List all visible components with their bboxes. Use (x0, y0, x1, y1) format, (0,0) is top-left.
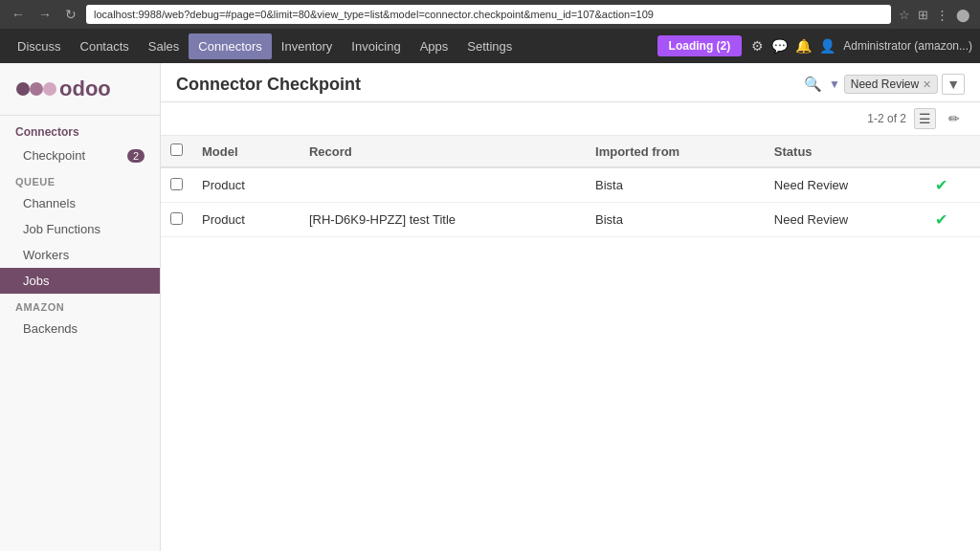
sidebar-item-backends[interactable]: Backends (0, 316, 160, 342)
col-model: Model (192, 136, 300, 167)
row-select-checkbox-1[interactable] (170, 178, 183, 190)
filter-tag[interactable]: Need Review ✕ (844, 75, 938, 94)
col-status: Status (765, 136, 925, 167)
sidebar-item-job-functions[interactable]: Job Functions (0, 216, 160, 242)
sidebar-item-workers[interactable]: Workers (0, 242, 160, 268)
nav-apps[interactable]: Apps (411, 33, 458, 59)
content-area: Connector Checkpoint 🔍 ▼ Need Review ✕ ▼… (161, 63, 980, 551)
nav-discuss[interactable]: Discuss (8, 33, 71, 59)
row-status-1: Need Review (765, 167, 925, 203)
svg-point-2 (43, 82, 56, 96)
select-all-checkbox[interactable] (170, 143, 183, 156)
browser-icons: ☆ ⊞ ⋮ ⬤ (897, 6, 972, 24)
edit-view-button[interactable]: ✏ (944, 108, 965, 129)
search-dropdown-button[interactable]: ▼ (942, 74, 965, 95)
user-label[interactable]: Administrator (amazon...) (843, 39, 972, 53)
url-bar[interactable]: localhost:9988/web?debug=#page=0&limit=8… (86, 5, 891, 24)
sidebar-item-checkpoint[interactable]: Checkpoint 2 (0, 143, 160, 168)
sidebar-item-channels-label: Channels (23, 196, 76, 210)
select-all-header[interactable] (161, 136, 192, 167)
odoo-logo-icon (15, 75, 57, 103)
sidebar-item-jobs-label: Jobs (23, 274, 49, 288)
more-icon[interactable]: ⋮ (934, 6, 950, 24)
star-icon[interactable]: ☆ (897, 6, 912, 24)
list-view-button[interactable]: ☰ (914, 108, 936, 129)
back-button[interactable]: ← (8, 5, 29, 24)
col-record: Record (300, 136, 586, 167)
row-model-1: Product (192, 167, 300, 203)
filter-funnel-icon: ▼ (829, 77, 840, 91)
top-navigation: Discuss Contacts Sales Connectors Invent… (0, 29, 980, 63)
menu-icon[interactable]: ⊞ (916, 6, 930, 24)
nav-connectors[interactable]: Connectors (189, 33, 271, 59)
nav-settings[interactable]: Settings (457, 33, 522, 59)
sidebar-item-channels[interactable]: Channels (0, 190, 160, 216)
sidebar-item-job-functions-label: Job Functions (23, 222, 100, 236)
row-select-checkbox-2[interactable] (170, 212, 183, 225)
top-nav-right: ⚙ 💬 🔔 👤 Administrator (amazon...) (751, 38, 972, 54)
odoo-logo: odoo (15, 75, 145, 103)
nav-contacts[interactable]: Contacts (71, 33, 139, 59)
sidebar-section-connectors: Connectors (0, 116, 160, 143)
table-row: Product Bista Need Review ✔ (161, 167, 980, 203)
filter-close-icon[interactable]: ✕ (923, 78, 931, 91)
chat-icon[interactable]: 💬 (771, 38, 788, 54)
url-text: localhost:9988/web?debug=#page=0&limit=8… (94, 9, 654, 20)
records-table: Model Record Imported from Status Produc… (161, 136, 980, 237)
row-record-2: [RH-D6K9-HPZZ] test Title (300, 203, 586, 237)
settings-icon[interactable]: ⚙ (751, 38, 764, 54)
nav-sales[interactable]: Sales (139, 33, 189, 59)
row-model-2: Product (192, 203, 300, 237)
filter-tag-label: Need Review (851, 77, 919, 91)
row-status-2: Need Review (765, 203, 925, 237)
sidebar-item-jobs[interactable]: Jobs (0, 268, 160, 294)
browser-bar: ← → ↻ localhost:9988/web?debug=#page=0&l… (0, 0, 980, 29)
sidebar-item-backends-label: Backends (23, 321, 78, 336)
checkpoint-badge: 2 (127, 149, 145, 163)
check-circle-icon[interactable]: ✔ (935, 211, 947, 228)
loading-indicator: Loading (2) (657, 35, 743, 56)
sidebar-section-amazon: Amazon (0, 294, 160, 316)
pager: 1-2 of 2 (867, 112, 906, 125)
search-icon[interactable]: 🔍 (801, 73, 825, 96)
user-avatar[interactable]: 👤 (819, 38, 835, 54)
table-header: Model Record Imported from Status (161, 136, 980, 167)
check-circle-icon[interactable]: ✔ (935, 177, 947, 193)
odoo-logo-text: odoo (59, 77, 111, 101)
table-wrapper: Model Record Imported from Status Produc… (161, 136, 980, 551)
row-imported-from-1: Bista (586, 167, 765, 203)
forward-button[interactable]: → (34, 5, 56, 24)
sidebar-section-queue: Queue (0, 168, 160, 190)
search-area: 🔍 ▼ Need Review ✕ ▼ (801, 73, 965, 96)
row-action-1[interactable]: ✔ (925, 167, 980, 203)
row-record-1 (300, 167, 586, 203)
svg-point-0 (16, 82, 30, 96)
row-checkbox-2[interactable] (161, 203, 192, 237)
nav-inventory[interactable]: Inventory (272, 33, 342, 59)
main-layout: odoo Connectors Checkpoint 2 Queue Chann… (0, 63, 980, 551)
table-body: Product Bista Need Review ✔ Product (161, 167, 980, 237)
refresh-button[interactable]: ↻ (61, 5, 80, 24)
sidebar-logo: odoo (0, 63, 160, 116)
toolbar: 1-2 of 2 ☰ ✏ (161, 102, 980, 136)
col-imported-from: Imported from (586, 136, 765, 167)
nav-invoicing[interactable]: Invoicing (342, 33, 410, 59)
row-action-2[interactable]: ✔ (925, 203, 980, 237)
row-imported-from-2: Bista (586, 203, 765, 237)
table-row: Product [RH-D6K9-HPZZ] test Title Bista … (161, 203, 980, 237)
odoo-icon[interactable]: ⬤ (954, 6, 972, 24)
page-title: Connector Checkpoint (176, 75, 361, 95)
sidebar: odoo Connectors Checkpoint 2 Queue Chann… (0, 63, 161, 551)
sidebar-item-workers-label: Workers (23, 248, 69, 262)
row-checkbox-1[interactable] (161, 167, 192, 203)
content-header: Connector Checkpoint 🔍 ▼ Need Review ✕ ▼ (161, 63, 980, 102)
col-actions (925, 136, 980, 167)
svg-point-1 (30, 82, 43, 96)
bell-icon[interactable]: 🔔 (795, 38, 812, 54)
sidebar-item-checkpoint-label: Checkpoint (23, 148, 85, 163)
